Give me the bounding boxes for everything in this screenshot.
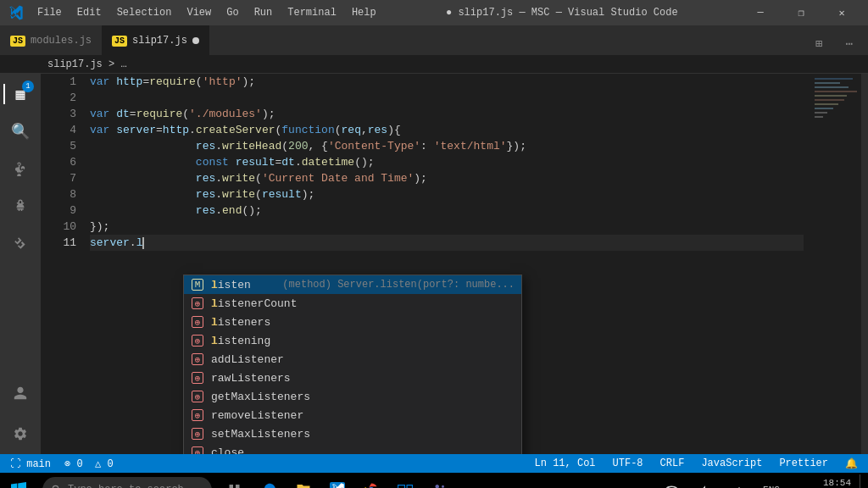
ac-item-listenerCount[interactable]: ⊕ listenerCount xyxy=(184,294,521,313)
branch-icon: ⛶ xyxy=(10,458,20,470)
ac-label-listen: listen xyxy=(211,279,275,291)
line-num-6: 6 xyxy=(54,154,76,170)
code-line-2 xyxy=(90,90,804,106)
ac-item-removeListener[interactable]: ⊕ removeListener xyxy=(184,406,521,424)
status-encoding[interactable]: UTF-8 xyxy=(609,458,647,469)
ac-event-icon-listening: ⊕ xyxy=(191,334,204,347)
more-actions-button[interactable]: ⋯ xyxy=(837,31,861,55)
clock-time: 18:54 xyxy=(795,477,851,488)
activity-search[interactable]: 🔍 xyxy=(3,114,37,148)
debug-icon xyxy=(13,198,28,214)
breadcrumb: slip17.js > … xyxy=(0,55,868,74)
close-button[interactable]: ✕ xyxy=(822,0,861,25)
volume-icon[interactable] xyxy=(690,474,721,488)
code-line-8: res.write(result); xyxy=(90,186,804,202)
ac-item-close[interactable]: ⊕ close xyxy=(184,443,521,454)
status-ln-col[interactable]: Ln 11, Col xyxy=(531,458,599,469)
status-bell-icon[interactable]: 🔔 xyxy=(842,458,861,470)
code-line-7: res.write('Current Date and Time'); xyxy=(90,170,804,186)
menu-edit[interactable]: Edit xyxy=(70,5,108,20)
menu-go[interactable]: Go xyxy=(220,5,245,20)
line-num-7: 7 xyxy=(54,170,76,186)
tab-modules[interactable]: JS modules.js xyxy=(0,25,102,55)
language-button[interactable]: ENG xyxy=(756,474,787,488)
line-num-8: 8 xyxy=(54,186,76,202)
statusbar-left: ⛶ main ⊗ 0 △ 0 xyxy=(7,458,117,470)
clock[interactable]: 18:54 16-04-2021 xyxy=(788,477,858,488)
menu-run[interactable]: Run xyxy=(248,5,280,20)
code-line-4: var server=http.createServer(function(re… xyxy=(90,122,804,138)
menu-file[interactable]: File xyxy=(31,5,69,20)
activity-debug[interactable] xyxy=(3,189,37,223)
editor[interactable]: 1 2 3 4 5 6 7 8 9 10 11 var http=require… xyxy=(41,74,868,454)
teams-button[interactable] xyxy=(424,474,454,488)
outlook-button[interactable] xyxy=(390,474,420,488)
svg-rect-3 xyxy=(815,91,857,92)
scrollbar[interactable] xyxy=(861,74,868,454)
search-placeholder: Type here to search xyxy=(68,484,184,488)
settings-icon xyxy=(13,426,28,441)
code-line-1: var http=require('http'); xyxy=(90,74,804,90)
ac-item-listening[interactable]: ⊕ listening xyxy=(184,331,521,350)
file-explorer-icon xyxy=(296,482,311,488)
line-numbers: 1 2 3 4 5 6 7 8 9 10 11 xyxy=(41,74,83,454)
tab-label-modules: modules.js xyxy=(31,35,92,47)
split-editor-button[interactable]: ⊞ xyxy=(807,31,831,55)
minimize-button[interactable]: — xyxy=(741,0,780,25)
status-prettier[interactable]: Prettier xyxy=(776,458,832,469)
status-eol[interactable]: CRLF xyxy=(657,458,688,469)
search-taskbar-icon xyxy=(51,484,63,488)
menu-selection[interactable]: Selection xyxy=(110,5,179,20)
start-button[interactable] xyxy=(3,474,34,488)
ac-item-setMaxListeners[interactable]: ⊕ setMaxListeners xyxy=(184,424,521,443)
vscode-taskbar-icon xyxy=(330,482,345,488)
minimap-content xyxy=(810,74,861,243)
main-area: ▦ 1 🔍 xyxy=(0,74,868,454)
warning-icon: △ xyxy=(95,458,101,470)
ac-item-getMaxListeners[interactable]: ⊕ getMaxListeners xyxy=(184,387,521,406)
explorer-button[interactable] xyxy=(288,474,319,488)
line-num-9: 9 xyxy=(54,202,76,219)
line-num-11: 11 xyxy=(54,235,76,251)
source-control-icon xyxy=(13,161,28,176)
menu-view[interactable]: View xyxy=(180,5,218,20)
ac-item-listen[interactable]: M listen (method) Server.listen(port?: n… xyxy=(184,275,521,294)
svg-rect-9 xyxy=(815,116,823,118)
activity-files[interactable]: ▦ 1 xyxy=(3,77,37,111)
extensions-icon xyxy=(13,236,28,251)
code-line-5: res.writeHead(200, {'Content-Type': 'tex… xyxy=(90,138,804,154)
status-errors[interactable]: ⊗ 0 △ 0 xyxy=(61,458,117,470)
svg-rect-8 xyxy=(815,112,827,114)
show-desktop-button[interactable] xyxy=(860,474,865,488)
ac-event-icon-addListener: ⊕ xyxy=(191,352,204,366)
status-language[interactable]: JavaScript xyxy=(698,458,765,469)
vscode-logo-icon xyxy=(7,4,24,21)
activity-extensions[interactable] xyxy=(3,226,37,260)
ac-item-addListener[interactable]: ⊕ addListener xyxy=(184,350,521,369)
status-branch[interactable]: ⛶ main xyxy=(7,458,54,470)
ac-label-getMaxListeners: getMaxListeners xyxy=(211,391,515,403)
activity-settings[interactable] xyxy=(3,417,37,451)
code-line-11: server.l xyxy=(90,235,804,251)
activity-source-control[interactable] xyxy=(3,152,37,186)
line-num-2: 2 xyxy=(54,90,76,106)
maximize-button[interactable]: ❐ xyxy=(782,0,821,25)
task-view-button[interactable] xyxy=(220,474,251,488)
activity-account[interactable] xyxy=(3,376,37,410)
chrome-button[interactable] xyxy=(356,474,387,488)
ac-item-listeners[interactable]: ⊕ listeners xyxy=(184,313,521,331)
menu-help[interactable]: Help xyxy=(345,5,383,20)
menu-terminal[interactable]: Terminal xyxy=(281,5,343,20)
edge-button[interactable] xyxy=(254,474,285,488)
tab-icon-modules: JS xyxy=(10,36,25,47)
search-taskbar-button[interactable]: Type here to search xyxy=(37,474,217,488)
svg-rect-0 xyxy=(815,78,853,80)
taskbar-search[interactable]: Type here to search xyxy=(42,477,212,488)
code-line-10: }); xyxy=(90,219,804,235)
tab-slip17[interactable]: JS slip17.js xyxy=(102,25,209,55)
svg-rect-2 xyxy=(815,86,849,88)
chevron-up-icon[interactable]: ∧ xyxy=(724,474,754,488)
vscode-taskbar-button[interactable] xyxy=(322,474,353,488)
network-icon[interactable] xyxy=(656,474,687,488)
ac-item-rawListeners[interactable]: ⊕ rawListeners xyxy=(184,369,521,387)
